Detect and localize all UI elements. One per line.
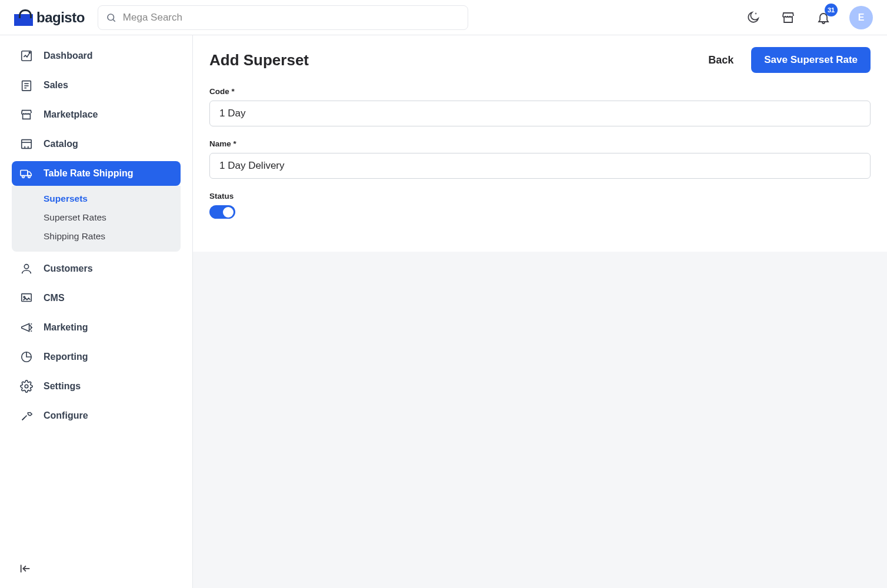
name-label: Name *: [209, 139, 871, 148]
sidebar-item-label: Dashboard: [44, 51, 93, 61]
dashboard-icon: [20, 49, 33, 62]
svg-rect-12: [21, 171, 28, 176]
marketplace-icon: [20, 108, 33, 121]
visit-store-button[interactable]: [779, 8, 798, 27]
status-toggle[interactable]: [209, 205, 235, 219]
notifications-button[interactable]: 31: [814, 8, 833, 27]
customers-icon: [20, 262, 33, 275]
sidebar-item-label: Table Rate Shipping: [44, 168, 134, 179]
avatar-letter: E: [858, 12, 865, 23]
catalog-icon: [20, 138, 33, 151]
truck-icon: [20, 167, 33, 180]
sidebar-item-label: Marketing: [44, 322, 88, 333]
name-input[interactable]: [209, 153, 871, 179]
reporting-icon: [20, 350, 33, 363]
svg-point-22: [25, 385, 28, 388]
subitem-label: Shipping Rates: [44, 231, 105, 241]
svg-line-1: [113, 19, 115, 21]
collapse-sidebar-button[interactable]: [19, 562, 32, 575]
avatar[interactable]: E: [849, 6, 873, 29]
sidebar-subitem-supersets[interactable]: Supersets: [12, 189, 181, 208]
form-group-name: Name *: [209, 139, 871, 179]
sidebar-item-label: Customers: [44, 263, 93, 274]
form-group-code: Code *: [209, 87, 871, 126]
sidebar-item-label: Catalog: [44, 139, 78, 149]
collapse-icon: [19, 562, 32, 575]
marketing-icon: [20, 321, 33, 334]
svg-point-15: [24, 265, 28, 269]
brand-name: bagisto: [36, 9, 85, 26]
svg-point-13: [22, 176, 25, 178]
page-header: Add Superset Back Save Superset Rate: [209, 47, 871, 73]
page-title: Add Superset: [209, 51, 309, 69]
sidebar-item-catalog[interactable]: Catalog: [12, 132, 181, 156]
sidebar-subitem-superset-rates[interactable]: Superset Rates: [12, 208, 181, 227]
sidebar-item-settings[interactable]: Settings: [12, 374, 181, 399]
svg-point-0: [108, 14, 114, 21]
sidebar-item-label: Marketplace: [44, 109, 98, 120]
sidebar-item-sales[interactable]: Sales: [12, 73, 181, 98]
notification-badge: 31: [825, 4, 838, 16]
store-icon: [781, 11, 795, 25]
sidebar-item-dashboard[interactable]: Dashboard: [12, 44, 181, 68]
sidebar-item-label: Configure: [44, 410, 88, 421]
search-container: [98, 5, 468, 30]
sidebar-item-label: Sales: [44, 80, 68, 91]
sidebar-item-marketplace[interactable]: Marketplace: [12, 102, 181, 127]
back-link[interactable]: Back: [708, 54, 733, 66]
content-card: Add Superset Back Save Superset Rate Cod…: [193, 35, 887, 252]
sidebar-item-marketing[interactable]: Marketing: [12, 315, 181, 340]
bag-icon: [14, 9, 33, 26]
svg-line-20: [31, 331, 32, 332]
status-label: Status: [209, 192, 871, 201]
cms-icon: [20, 292, 33, 305]
svg-rect-8: [22, 140, 32, 149]
sidebar-item-configure[interactable]: Configure: [12, 403, 181, 428]
brand-logo[interactable]: bagisto: [14, 9, 85, 26]
sidebar-item-label: CMS: [44, 293, 65, 303]
svg-point-17: [24, 296, 25, 298]
configure-icon: [20, 409, 33, 422]
settings-icon: [20, 380, 33, 393]
sidebar-subitem-shipping-rates[interactable]: Shipping Rates: [12, 227, 181, 246]
main-content: Add Superset Back Save Superset Rate Cod…: [193, 35, 887, 588]
sidebar-bottom: [12, 552, 181, 588]
app-header: bagisto 31 E: [0, 0, 887, 35]
sidebar-subnav: Supersets Superset Rates Shipping Rates: [12, 186, 181, 252]
svg-rect-16: [22, 294, 32, 302]
svg-point-14: [28, 176, 31, 178]
dark-mode-toggle[interactable]: [743, 8, 762, 27]
subitem-label: Supersets: [44, 193, 88, 203]
code-label: Code *: [209, 87, 871, 96]
page-actions: Back Save Superset Rate: [708, 47, 871, 73]
moon-icon: [746, 11, 760, 25]
search-icon: [106, 12, 116, 23]
sidebar-item-label: Settings: [44, 381, 81, 392]
sidebar: Dashboard Sales Marketplace Catalog Tabl…: [0, 35, 193, 588]
sidebar-item-label: Reporting: [44, 352, 88, 362]
search-input[interactable]: [98, 5, 468, 30]
save-button[interactable]: Save Superset Rate: [751, 47, 871, 73]
sidebar-item-customers[interactable]: Customers: [12, 256, 181, 281]
subitem-label: Superset Rates: [44, 212, 106, 222]
svg-line-18: [31, 324, 32, 325]
sidebar-item-table-rate-shipping[interactable]: Table Rate Shipping: [12, 161, 181, 186]
sidebar-item-cms[interactable]: CMS: [12, 286, 181, 310]
svg-point-3: [29, 52, 30, 53]
code-input[interactable]: [209, 101, 871, 126]
sales-icon: [20, 79, 33, 92]
form-group-status: Status: [209, 192, 871, 219]
sidebar-item-reporting[interactable]: Reporting: [12, 345, 181, 369]
header-actions: 31 E: [743, 6, 873, 29]
